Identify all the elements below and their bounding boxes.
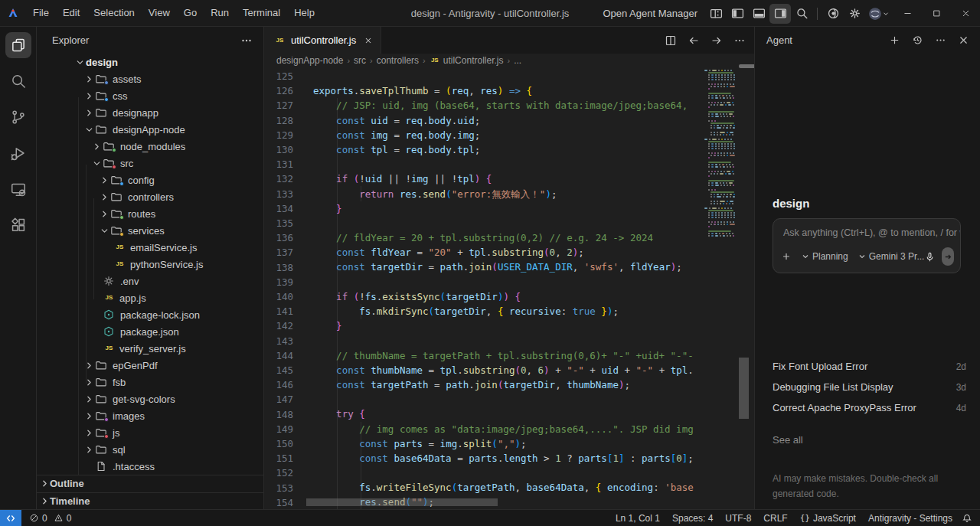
search-icon[interactable]	[791, 4, 812, 24]
menu-help[interactable]: Help	[287, 4, 322, 22]
tree-file--env[interactable]: .env	[37, 273, 263, 289]
tree-file-app-js[interactable]: JSapp.js	[37, 289, 263, 306]
chevron-down-icon[interactable]	[90, 157, 103, 169]
tree-folder-css[interactable]: css	[37, 87, 263, 104]
tree-folder-assets[interactable]: assets	[37, 70, 263, 87]
tab-close-icon[interactable]	[364, 36, 373, 45]
split-editor-icon[interactable]	[662, 32, 679, 49]
tab-utilcontroller[interactable]: JS utilController.js	[264, 27, 381, 54]
tree-file-emailservice-js[interactable]: JSemailService.js	[37, 239, 263, 256]
tree-folder-services[interactable]: services	[37, 222, 263, 239]
tree-folder-sql[interactable]: sql	[37, 441, 263, 458]
send-button[interactable]	[942, 247, 954, 266]
window-minimize-button[interactable]	[893, 0, 922, 27]
browser-icon[interactable]	[822, 4, 844, 24]
panel-left-icon[interactable]	[727, 4, 748, 24]
section-timeline[interactable]: Timeline	[37, 492, 263, 509]
tree-folder-controllers[interactable]: controllers	[37, 188, 263, 205]
chevron-down-icon[interactable]	[83, 123, 95, 136]
chevron-down-icon[interactable]	[98, 224, 110, 237]
breadcrumb-item[interactable]: ...	[514, 55, 521, 66]
panel-bottom-icon[interactable]	[748, 4, 769, 24]
activity-search-icon[interactable]	[5, 68, 31, 94]
open-agent-manager-button[interactable]: Open Agent Manager	[603, 8, 697, 19]
panel-right-icon[interactable]	[769, 4, 791, 24]
breadcrumb-item[interactable]: utilController.js	[443, 55, 504, 66]
code-area[interactable]: 1251261271281291301311321331341351361371…	[264, 67, 704, 509]
arrow-right-icon[interactable]	[708, 32, 725, 49]
tree-folder-config[interactable]: config	[37, 172, 263, 188]
agent-plus-icon[interactable]	[887, 33, 902, 48]
notifications-bell-icon[interactable]	[959, 513, 980, 524]
chevron-right-icon[interactable]	[83, 359, 95, 371]
status-antigravity-settings[interactable]: Antigravity - Settings	[862, 513, 959, 524]
minimap[interactable]	[704, 67, 737, 509]
chevron-right-icon[interactable]	[83, 90, 95, 102]
status-javascript[interactable]: {}JavaScript	[794, 513, 862, 524]
tree-folder-src[interactable]: src	[37, 155, 263, 172]
agent-input-box[interactable]: Ask anything (Ctrl+L), @ to mention, / f…	[773, 218, 961, 273]
chevron-right-icon[interactable]	[83, 106, 95, 119]
attach-plus-icon[interactable]	[781, 251, 792, 262]
chevron-right-icon[interactable]	[83, 443, 95, 456]
menu-view[interactable]: View	[142, 4, 177, 22]
chevron-right-icon[interactable]	[98, 207, 110, 220]
remote-indicator[interactable]	[0, 510, 21, 526]
tree-file-verify-server-js[interactable]: JSverify_server.js	[37, 340, 263, 357]
breadcrumb-item[interactable]: controllers	[377, 55, 419, 66]
tree-folder-design[interactable]: design	[37, 54, 263, 70]
vertical-scrollbar[interactable]	[739, 358, 749, 419]
menu-selection[interactable]: Selection	[87, 4, 141, 22]
arrow-left-icon[interactable]	[685, 32, 702, 49]
tree-folder-node-modules[interactable]: node_modules	[37, 138, 263, 155]
tree-folder-epgenpdf[interactable]: epGenPdf	[37, 357, 263, 374]
tree-file-package-lock-json[interactable]: package-lock.json	[37, 306, 263, 323]
status-ln-1-col-1[interactable]: Ln 1, Col 1	[609, 513, 666, 524]
activity-source-control-icon[interactable]	[5, 104, 31, 130]
breadcrumb-item[interactable]: designApp-node	[276, 55, 343, 66]
conversation-item[interactable]: Fix Font Upload Error2d	[773, 356, 966, 377]
tree-folder-designapp[interactable]: designapp	[37, 104, 263, 121]
activity-extensions-icon[interactable]	[5, 212, 31, 238]
horizontal-scrollbar[interactable]	[306, 498, 498, 506]
menu-edit[interactable]: Edit	[56, 4, 87, 22]
menu-go[interactable]: Go	[177, 4, 204, 22]
chevron-right-icon[interactable]	[83, 376, 95, 388]
agent-history-icon[interactable]	[910, 33, 925, 48]
chevron-right-icon[interactable]	[98, 174, 110, 186]
chevron-right-icon[interactable]	[83, 393, 95, 405]
status-utf-8[interactable]: UTF-8	[719, 513, 757, 524]
tree-folder-images[interactable]: images	[37, 407, 263, 424]
agent-more-icon[interactable]	[933, 33, 948, 48]
activity-run-debug-icon[interactable]	[5, 140, 31, 166]
activity-explorer-icon[interactable]	[5, 32, 31, 58]
customize-layout-icon[interactable]	[705, 4, 727, 24]
window-close-button[interactable]	[951, 0, 980, 27]
breadcrumb-item[interactable]: src	[354, 55, 366, 66]
breadcrumb[interactable]: designApp-node›src›controllers›JSutilCon…	[276, 54, 521, 67]
see-all-link[interactable]: See all	[773, 434, 803, 446]
menu-file[interactable]: File	[26, 4, 56, 22]
chevron-right-icon[interactable]	[90, 140, 103, 152]
conversation-item[interactable]: Debugging File List Display3d	[773, 377, 966, 397]
mode-dropdown[interactable]: Planning	[801, 251, 848, 262]
chevron-right-icon[interactable]	[83, 426, 95, 439]
agent-close-icon[interactable]	[956, 33, 971, 48]
window-maximize-button[interactable]	[922, 0, 951, 27]
chevron-right-icon[interactable]	[83, 410, 95, 422]
problems-indicator[interactable]: 0 0	[29, 513, 71, 524]
sidebar-more-icon[interactable]	[240, 34, 253, 47]
tree-file-package-json[interactable]: package.json	[37, 323, 263, 340]
menu-terminal[interactable]: Terminal	[236, 4, 287, 22]
activity-remote-explorer-icon[interactable]	[5, 176, 31, 202]
account-avatar[interactable]	[865, 4, 893, 24]
status-spaces-4[interactable]: Spaces: 4	[666, 513, 719, 524]
conversation-item[interactable]: Correct Apache ProxyPass Error4d	[773, 397, 966, 418]
more-icon[interactable]	[731, 32, 748, 49]
tree-folder-fsb[interactable]: fsb	[37, 374, 263, 390]
tree-folder-js[interactable]: js	[37, 424, 263, 441]
model-dropdown[interactable]: Gemini 3 Pr...	[858, 251, 925, 262]
chevron-down-icon[interactable]	[74, 56, 86, 68]
tree-file--htaccess[interactable]: .htaccess	[37, 458, 263, 475]
gear-icon[interactable]	[844, 4, 865, 24]
